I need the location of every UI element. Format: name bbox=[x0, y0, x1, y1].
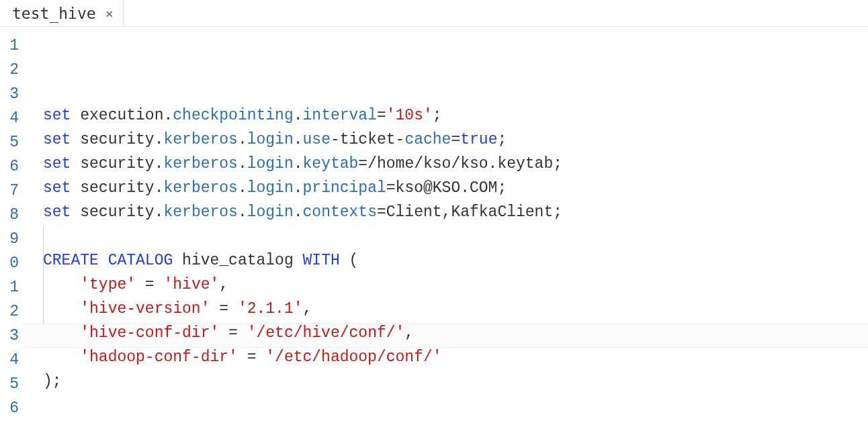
line-number: 0 bbox=[0, 251, 19, 275]
token bbox=[71, 203, 80, 221]
token: , bbox=[404, 324, 414, 342]
line-number: 6 bbox=[0, 154, 19, 179]
token: = bbox=[377, 107, 386, 124]
token: execution bbox=[80, 107, 163, 124]
code-line[interactable] bbox=[43, 418, 868, 427]
token bbox=[256, 348, 265, 366]
token: /home/kso/kso.keytab bbox=[367, 155, 553, 173]
token: cache bbox=[404, 131, 451, 148]
code-area[interactable]: set execution.checkpointing.interval='10… bbox=[23, 27, 868, 427]
token: set bbox=[43, 155, 71, 173]
token: ; bbox=[553, 203, 562, 221]
token: true bbox=[460, 131, 497, 148]
code-line[interactable]: 'hadoop-conf-dir' = '/etc/hadoop/conf/' bbox=[43, 345, 868, 369]
line-number: 9 bbox=[0, 227, 19, 251]
line-number: 3 bbox=[0, 82, 19, 106]
code-line[interactable] bbox=[43, 224, 868, 248]
line-number: 2 bbox=[0, 299, 19, 324]
tab-test-hive[interactable]: test_hive × bbox=[0, 0, 124, 26]
token: '2.1.1' bbox=[238, 300, 303, 318]
token: - bbox=[331, 131, 340, 148]
token: ( bbox=[349, 252, 359, 269]
token: . bbox=[155, 131, 164, 148]
token: . bbox=[238, 203, 247, 221]
token: . bbox=[238, 155, 247, 173]
token: login bbox=[247, 179, 294, 197]
token: 'hive' bbox=[163, 276, 219, 293]
token bbox=[238, 348, 247, 366]
token: kerberos bbox=[163, 179, 237, 197]
token: kerberos bbox=[163, 131, 237, 148]
code-line[interactable]: ); bbox=[43, 369, 868, 393]
token: = bbox=[247, 348, 257, 366]
token bbox=[228, 300, 238, 318]
line-number-gutter: 1234567890123456 bbox=[0, 27, 23, 427]
code-line[interactable]: 'hive-version' = '2.1.1', bbox=[43, 297, 868, 321]
token: login bbox=[247, 131, 294, 148]
line-number: 4 bbox=[0, 106, 19, 130]
line-number: 2 bbox=[0, 58, 19, 82]
code-line[interactable]: set execution.checkpointing.interval='10… bbox=[43, 103, 868, 128]
token: ; bbox=[497, 131, 507, 148]
token bbox=[71, 179, 80, 197]
code-line[interactable]: set security.kerberos.login.principal=ks… bbox=[43, 176, 868, 200]
token: kso@KSO.COM bbox=[396, 179, 498, 197]
token: set bbox=[43, 179, 71, 197]
token: CREATE bbox=[43, 252, 99, 269]
token: checkpointing bbox=[173, 107, 293, 124]
token: ticket bbox=[340, 131, 396, 148]
token bbox=[210, 300, 219, 318]
token: hive_catalog bbox=[182, 252, 294, 269]
close-icon[interactable]: × bbox=[105, 7, 114, 20]
token: set bbox=[43, 107, 71, 124]
token bbox=[71, 155, 80, 173]
token: set bbox=[43, 203, 71, 221]
code-line[interactable]: set security.kerberos.login.use-ticket-c… bbox=[43, 128, 868, 152]
token: 'hive-conf-dir' bbox=[80, 324, 219, 342]
token bbox=[43, 324, 80, 342]
token bbox=[71, 107, 80, 124]
token bbox=[43, 276, 80, 293]
token: , bbox=[303, 300, 312, 318]
token: , bbox=[219, 276, 228, 293]
tab-label: test_hive bbox=[12, 5, 96, 22]
token: . bbox=[294, 107, 303, 124]
token: ; bbox=[553, 155, 562, 173]
token bbox=[294, 252, 303, 269]
token: kerberos bbox=[163, 203, 237, 221]
line-number: 4 bbox=[0, 348, 19, 372]
token: . bbox=[294, 155, 303, 173]
token: . bbox=[155, 155, 164, 173]
token: Client,KafkaClient bbox=[386, 203, 553, 221]
token: ; bbox=[433, 107, 442, 124]
token: = bbox=[228, 324, 238, 342]
token: 'hadoop-conf-dir' bbox=[80, 348, 238, 366]
token: . bbox=[163, 107, 173, 124]
token: login bbox=[247, 203, 294, 221]
token: interval bbox=[303, 107, 377, 124]
token: = bbox=[377, 203, 386, 221]
code-line[interactable]: CREATE CATALOG hive_catalog WITH ( bbox=[43, 248, 868, 273]
token: security bbox=[80, 203, 154, 221]
code-line[interactable] bbox=[43, 393, 868, 418]
token bbox=[173, 252, 182, 269]
token bbox=[71, 131, 80, 148]
code-line[interactable]: set security.kerberos.login.keytab=/home… bbox=[43, 152, 868, 176]
code-line[interactable]: 'hive-conf-dir' = '/etc/hive/conf/', bbox=[43, 321, 868, 345]
token: = bbox=[145, 276, 155, 293]
code-line[interactable]: 'type' = 'hive', bbox=[43, 273, 868, 297]
code-line[interactable]: set security.kerberos.login.contexts=Cli… bbox=[43, 200, 868, 224]
code-editor[interactable]: 1234567890123456 set execution.checkpoin… bbox=[0, 27, 868, 427]
token bbox=[99, 252, 108, 269]
token: 'hive-version' bbox=[80, 300, 210, 318]
token bbox=[219, 324, 228, 342]
token bbox=[136, 276, 145, 293]
token: principal bbox=[303, 179, 386, 197]
token bbox=[155, 276, 164, 293]
token: = bbox=[219, 300, 228, 318]
token: use bbox=[303, 131, 331, 148]
token: ; bbox=[497, 179, 507, 197]
line-number: 5 bbox=[0, 130, 19, 154]
token: '/etc/hive/conf/' bbox=[247, 324, 405, 342]
token bbox=[238, 324, 247, 342]
